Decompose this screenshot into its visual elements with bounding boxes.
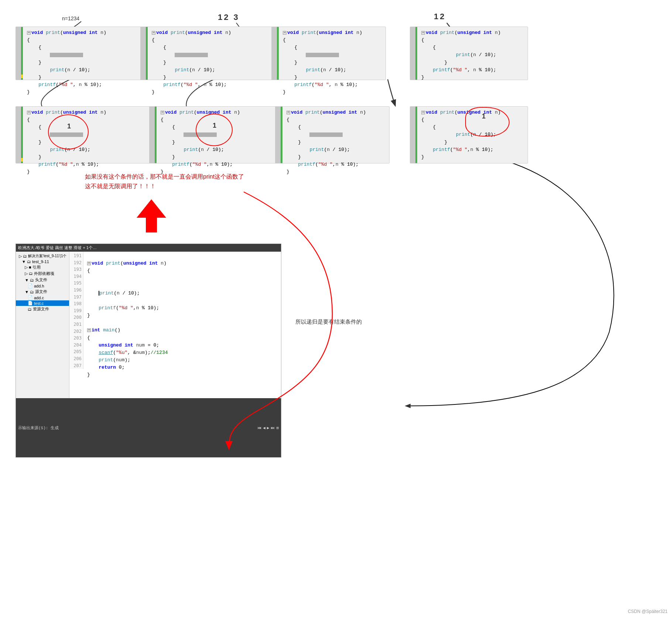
chinese-text-1: 如果没有这个条件的话，那不就是一直会调用print这个函数了 这不就是无限调用了…: [85, 172, 244, 191]
output-btn5[interactable]: ⊞: [276, 425, 279, 430]
code-panel-mid1: −void print(unsigned int n) { { } print(…: [16, 106, 156, 163]
annotation-n123: 12 3: [218, 13, 240, 22]
annotation-1a: 1: [67, 123, 71, 130]
line-numbers: 191 192 193 194 195 196 197 198 199 200 …: [69, 252, 83, 369]
sidebar-item-addh[interactable]: 📄 add.h: [16, 283, 69, 289]
annotation-1b: 1: [213, 122, 216, 130]
svg-marker-0: [137, 199, 166, 232]
sidebar-item-addc[interactable]: 📄 add.c: [16, 295, 69, 300]
output-btn3[interactable]: ▶: [267, 425, 270, 430]
ide-title: 欧洲杰大./欧爷 爱徒 藕丝 速整 滑坡 + 1个…: [18, 245, 97, 251]
ide-output-panel: 示输出来源(S): 生成 ⏮ ◀ ▶ ⏭ ⊞ >已启动生成… >======= …: [16, 398, 281, 457]
code-panel-top1: −void print(unsigned int n) { { } print(…: [16, 27, 156, 80]
sidebar-item-testc[interactable]: 📄 test.c: [16, 300, 69, 306]
sidebar-item-refs[interactable]: ▷ ■ 引用: [16, 264, 69, 270]
output-toolbar: 示输出来源(S): 生成 ⏮ ◀ ▶ ⏭ ⊞: [16, 398, 281, 457]
page-container: n=1234 12 3 12 −void print(unsigned int …: [0, 0, 672, 617]
code-body: −void print(unsigned int n) { print(n / …: [86, 252, 281, 379]
ide-window: 欧洲杰大./欧爷 爱徒 藕丝 速整 滑坡 + 1个… ▷ 🗂 解决方案'test…: [16, 244, 281, 458]
code-panel-mid2: −void print(unsigned int n) { { } print(…: [149, 106, 282, 163]
code-panel-top2: −void print(unsigned int n) { { } print(…: [140, 27, 281, 80]
annotation-1c: 1: [482, 113, 486, 120]
watermark: CSDN @Späiter321: [628, 609, 668, 614]
output-btn1[interactable]: ⏮: [257, 425, 261, 430]
code-panel-mid3: −void print(unsigned int n) { { } print(…: [275, 106, 390, 163]
sidebar-item-headers[interactable]: ▼ 🗂 头文件: [16, 277, 69, 283]
annotation-conclusion: 所以递归是要有结束条件的: [295, 317, 362, 326]
code-panel-top3: −void print(unsigned int n) { { } print(…: [271, 27, 386, 80]
annotation-n1234: n=1234: [62, 15, 79, 21]
annotation-n12: 12: [434, 12, 446, 21]
sidebar-item-sources[interactable]: ▼ 🗂 源文件: [16, 289, 69, 295]
red-down-arrow: [137, 199, 166, 232]
sidebar-item-extern[interactable]: ▷ 🗂 外部依赖项: [16, 270, 69, 277]
code-panel-mid4: −void print(unsigned int n) { { print(n …: [410, 106, 528, 163]
sidebar-item-solution[interactable]: ▷ 🗂 解决方案'test_9-11'(1个: [16, 253, 69, 259]
output-label: 示输出来源(S): 生成: [18, 425, 59, 431]
output-btn2[interactable]: ◀: [263, 425, 265, 430]
ide-titlebar: 欧洲杰大./欧爷 爱徒 藕丝 速整 滑坡 + 1个…: [16, 244, 281, 252]
code-panel-top4: −void print(unsigned int n) { { print(n …: [410, 27, 528, 80]
output-btn4[interactable]: ⏭: [271, 425, 275, 430]
sidebar-item-resources[interactable]: 🗂 资源文件: [16, 306, 69, 312]
sidebar-item-project[interactable]: ▼ 🗂 test_9-11: [16, 259, 69, 264]
